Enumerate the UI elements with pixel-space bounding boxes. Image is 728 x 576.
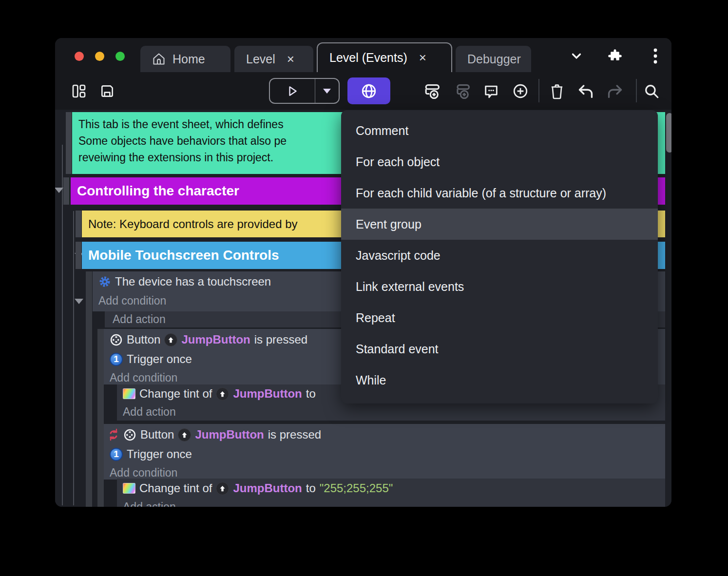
add-circle-icon[interactable] — [511, 82, 530, 100]
kebab-menu-icon[interactable] — [647, 49, 664, 63]
event-drag-handle[interactable] — [97, 329, 104, 507]
action-prefix: Change tint of — [139, 481, 212, 495]
action-suffix: to — [306, 481, 316, 495]
object-thumbnail-arrow-icon — [164, 333, 177, 346]
add-event-context-menu: Comment For each object For each child v… — [341, 110, 658, 403]
invert-condition-icon — [108, 428, 119, 441]
tab-home[interactable]: Home — [140, 46, 230, 72]
add-action-button[interactable]: Add action — [117, 403, 665, 421]
delete-icon[interactable] — [548, 82, 566, 100]
menu-item-link-external-events[interactable]: Link external events — [341, 271, 658, 302]
condition-text: Trigger once — [127, 352, 192, 366]
close-tab-icon[interactable]: × — [287, 52, 294, 67]
group-title: Controlling the character — [71, 183, 239, 199]
menu-item-repeat[interactable]: Repeat — [341, 302, 658, 333]
menu-item-standard-event[interactable]: Standard event — [341, 333, 658, 365]
condition-text: The device has a touchscreen — [115, 275, 271, 288]
trigger-once-icon: 1 — [110, 353, 123, 366]
object-thumbnail-arrow-icon — [178, 428, 191, 442]
comment-drag-handle[interactable] — [66, 112, 72, 174]
tint-color-icon — [123, 388, 135, 399]
play-options-dropdown[interactable] — [315, 79, 339, 103]
collapse-event-icon[interactable] — [75, 299, 83, 304]
menu-item-while[interactable]: While — [341, 365, 658, 396]
minimize-window-button[interactable] — [95, 52, 104, 61]
add-condition-button[interactable]: Add condition — [104, 464, 665, 480]
tab-level-events[interactable]: Level (Events) × — [317, 42, 452, 72]
tab-label: Level — [246, 52, 275, 66]
button-object-icon — [110, 333, 123, 346]
event-actions[interactable]: Add action — [117, 403, 665, 421]
undo-icon[interactable] — [576, 82, 595, 100]
menu-item-event-group[interactable]: Event group — [341, 209, 658, 240]
action-suffix: to — [306, 387, 316, 401]
group-title: Mobile Touchscreen Controls — [82, 248, 279, 263]
home-icon — [152, 52, 166, 66]
event-conditions[interactable]: Button JumpButton is pressed 1 Trigger o… — [104, 424, 665, 480]
titlebar: Home Level × Level (Events) × Debugger — [55, 38, 671, 72]
condition-suffix: is pressed — [268, 428, 321, 442]
app-window: Home Level × Level (Events) × Debugger — [55, 38, 671, 507]
condition-text: Trigger once — [127, 447, 192, 461]
menu-item-javascript-code[interactable]: Javascript code — [341, 240, 658, 271]
object-name: JumpButton — [233, 387, 302, 401]
preview-over-wifi-button[interactable] — [347, 77, 390, 104]
condition-prefix: Button — [140, 428, 174, 442]
zoom-window-button[interactable] — [115, 52, 125, 61]
chevron-down-icon[interactable] — [568, 49, 585, 63]
toolbar — [55, 72, 671, 110]
action-value: "255;255;255" — [320, 481, 393, 495]
play-button-group — [269, 78, 340, 104]
tab-debugger[interactable]: Debugger — [456, 46, 531, 72]
tree-guide — [62, 145, 63, 505]
add-subevent-icon[interactable] — [454, 82, 472, 100]
trigger-once-icon: 1 — [110, 448, 123, 461]
menu-item-for-each-object[interactable]: For each object — [341, 146, 658, 177]
button-object-icon — [123, 428, 136, 442]
note-text: Note: Keyboard controls are provided by — [82, 216, 298, 232]
redo-icon[interactable] — [606, 82, 624, 100]
tab-level[interactable]: Level × — [234, 46, 313, 72]
tint-color-icon — [123, 483, 135, 494]
close-window-button[interactable] — [75, 52, 84, 61]
scrollbar-thumb[interactable] — [666, 113, 671, 153]
save-icon[interactable] — [98, 82, 116, 100]
group-drag-handle[interactable] — [76, 242, 81, 269]
project-manager-icon[interactable] — [70, 82, 88, 100]
object-name: JumpButton — [233, 481, 302, 495]
tab-label: Home — [172, 52, 205, 66]
tree-guide — [73, 211, 74, 505]
comment-drag-handle[interactable] — [76, 211, 81, 237]
event-actions[interactable]: Change tint of JumpButton to "255;255;25… — [117, 479, 665, 498]
condition-suffix: is pressed — [254, 333, 307, 346]
add-event-icon[interactable] — [423, 82, 442, 100]
event-drag-handle[interactable] — [86, 271, 92, 507]
object-name: JumpButton — [195, 428, 264, 442]
object-thumbnail-arrow-icon — [216, 482, 229, 495]
tab-label: Level (Events) — [329, 51, 407, 65]
close-tab-icon[interactable]: × — [419, 50, 426, 65]
play-button[interactable] — [270, 79, 315, 103]
collapse-group-icon[interactable] — [55, 188, 63, 193]
tab-label: Debugger — [467, 52, 521, 66]
action-prefix: Change tint of — [139, 387, 212, 401]
event-actions[interactable]: Add action — [117, 498, 665, 507]
gear-icon — [98, 275, 111, 288]
condition-prefix: Button — [127, 333, 160, 346]
menu-item-for-each-child-variable[interactable]: For each child variable (of a structure … — [341, 177, 658, 209]
search-icon[interactable] — [642, 82, 661, 100]
add-action-button[interactable]: Add action — [117, 498, 665, 507]
object-name: JumpButton — [181, 333, 250, 346]
menu-item-comment[interactable]: Comment — [341, 115, 658, 146]
group-drag-handle[interactable] — [63, 177, 69, 205]
add-comment-icon[interactable] — [482, 82, 500, 100]
extensions-puzzle-icon[interactable] — [607, 49, 623, 63]
object-thumbnail-arrow-icon — [216, 387, 229, 401]
